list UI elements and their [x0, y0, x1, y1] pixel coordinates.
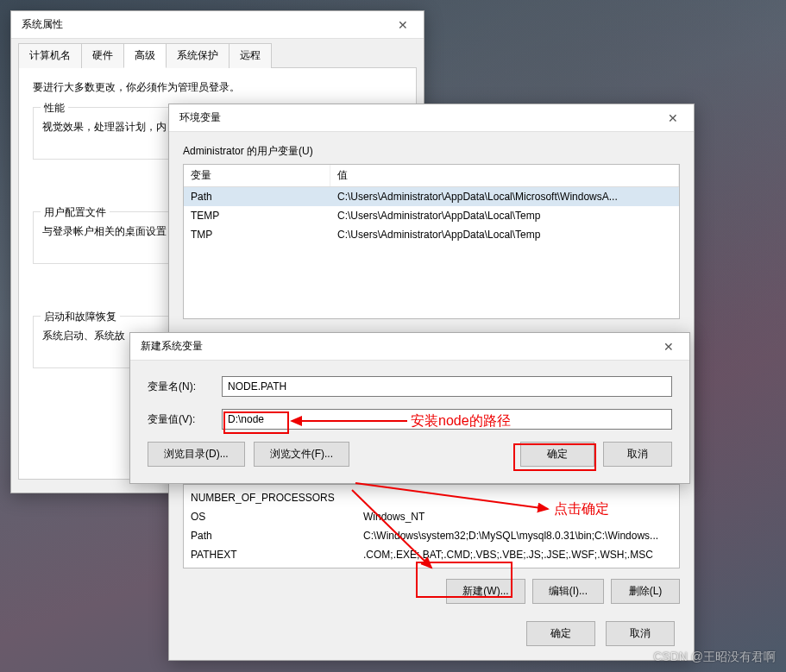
variable-name-label: 变量名(N): — [148, 380, 222, 394]
cell-variable: Path — [184, 529, 356, 543]
env-titlebar[interactable]: 环境变量 ✕ — [169, 104, 694, 132]
tab-系统保护[interactable]: 系统保护 — [166, 43, 230, 68]
newvar-title: 新建系统变量 — [141, 339, 203, 354]
tab-计算机名[interactable]: 计算机名 — [18, 43, 82, 68]
user-variables-section: Administrator 的用户变量(U) 变量 值 PathC:\Users… — [183, 144, 680, 319]
table-row[interactable]: PathC:\Users\Administrator\AppData\Local… — [184, 187, 679, 206]
sysprop-title: 系统属性 — [22, 17, 63, 32]
variable-value-input[interactable] — [222, 409, 672, 430]
cell-variable: NUMBER_OF_PROCESSORS — [184, 491, 356, 505]
newvar-ok-button[interactable]: 确定 — [520, 442, 594, 467]
table-row[interactable]: OSWindows_NT — [184, 507, 679, 526]
close-icon[interactable]: ✕ — [389, 15, 417, 35]
tab-硬件[interactable]: 硬件 — [81, 43, 124, 68]
table-header: 变量 值 — [184, 165, 679, 187]
cell-variable: OS — [184, 510, 356, 524]
variable-name-input[interactable] — [222, 376, 672, 397]
table-row[interactable]: NUMBER_OF_PROCESSORS — [184, 488, 679, 507]
env-dialog-buttons: 确定 取消 — [526, 621, 675, 646]
env-ok-button[interactable]: 确定 — [526, 621, 595, 646]
group-userprofile-title: 用户配置文件 — [41, 205, 110, 220]
cell-value: C:\Users\Administrator\AppData\Local\Mic… — [330, 190, 679, 204]
cell-variable: Path — [184, 190, 330, 204]
col-variable[interactable]: 变量 — [184, 165, 330, 186]
cell-value: .COM;.EXE;.BAT;.CMD;.VBS;.VBE;.JS;.JSE;.… — [356, 548, 679, 562]
cell-value: C:\Users\Administrator\AppData\Local\Tem… — [330, 209, 679, 223]
table-row[interactable]: TEMPC:\Users\Administrator\AppData\Local… — [184, 206, 679, 225]
newvar-cancel-button[interactable]: 取消 — [603, 442, 672, 467]
browse-file-button[interactable]: 浏览文件(F)... — [254, 442, 349, 467]
variable-value-label: 变量值(V): — [148, 412, 222, 427]
group-boot-title: 启动和故障恢复 — [41, 310, 120, 324]
cell-variable: PATHEXT — [184, 548, 356, 562]
sysprop-titlebar[interactable]: 系统属性 ✕ — [11, 11, 424, 39]
cell-variable: TMP — [184, 228, 330, 242]
tab-高级[interactable]: 高级 — [123, 43, 167, 68]
cell-variable: TEMP — [184, 209, 330, 223]
group-performance-title: 性能 — [41, 101, 68, 116]
sysprop-tabs: 计算机名硬件高级系统保护远程 — [18, 42, 417, 67]
user-variables-table[interactable]: 变量 值 PathC:\Users\Administrator\AppData\… — [183, 164, 680, 319]
browse-directory-button[interactable]: 浏览目录(D)... — [148, 442, 245, 467]
new-system-variable-dialog: 新建系统变量 ✕ 变量名(N): 变量值(V): 浏览目录(D)... 浏览文件… — [129, 332, 690, 484]
watermark-text: CSDN @王昭没有君啊 — [653, 650, 776, 665]
env-cancel-button[interactable]: 取消 — [606, 621, 675, 646]
col-value[interactable]: 值 — [330, 165, 679, 186]
new-sysvar-button[interactable]: 新建(W)... — [446, 579, 525, 604]
table-row[interactable]: PathC:\Windows\system32;D:\MySQL\mysql8.… — [184, 526, 679, 545]
tab-远程[interactable]: 远程 — [229, 43, 272, 68]
user-variables-label: Administrator 的用户变量(U) — [183, 144, 680, 159]
edit-sysvar-button[interactable]: 编辑(I)... — [532, 579, 604, 604]
newvar-titlebar[interactable]: 新建系统变量 ✕ — [130, 333, 689, 361]
delete-sysvar-button[interactable]: 删除(L) — [611, 579, 680, 604]
close-icon[interactable]: ✕ — [655, 336, 682, 357]
env-title: 环境变量 — [179, 110, 221, 125]
table-row[interactable]: PATHEXT.COM;.EXE;.BAT;.CMD;.VBS;.VBE;.JS… — [184, 545, 679, 564]
admin-notice: 要进行大多数更改，你必须作为管理员登录。 — [33, 80, 402, 95]
cell-value: C:\Users\Administrator\AppData\Local\Tem… — [330, 228, 679, 242]
cell-value: Windows_NT — [356, 510, 679, 524]
cell-value: C:\Windows\system32;D:\MySQL\mysql8.0.31… — [356, 529, 679, 543]
cell-value — [356, 491, 679, 505]
close-icon[interactable]: ✕ — [659, 108, 687, 129]
table-row[interactable]: TMPC:\Users\Administrator\AppData\Local\… — [184, 225, 679, 244]
